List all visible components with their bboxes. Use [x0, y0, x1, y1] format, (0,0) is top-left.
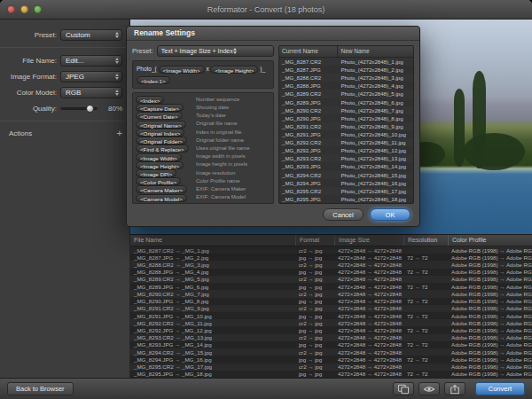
new-name-cell: Photo_(4272x2848)_4.jpg: [338, 82, 413, 89]
token-description: EXIF: Camera Model: [196, 194, 246, 200]
color-profile-cell: Adobe RGB (1998) → Adobe RGB (1998): [448, 327, 532, 333]
format-cell: cr2 → jpg: [295, 349, 334, 356]
rename-preset-value: Text + Image Size + Index: [161, 48, 233, 54]
rename-preset-dropdown[interactable]: Text + Image Size + Index: [157, 45, 274, 57]
token-description: Index in original file: [196, 129, 241, 135]
token-description: Uses original file name: [196, 145, 250, 151]
resolution-cell: 72 → 72: [403, 298, 448, 304]
window-title: Reformator - Convert (18 photos): [0, 5, 532, 14]
file-name-cell: _MG_8288.CR2 → _MG_3.jpg: [130, 262, 295, 268]
resolution-cell: 72 → 72: [403, 356, 448, 363]
pattern-text[interactable]: )_: [260, 66, 265, 72]
column-header-file-name[interactable]: File Name: [130, 235, 295, 246]
quality-label: Quality:: [4, 105, 57, 113]
image-width-token[interactable]: <Image Width>: [159, 66, 205, 74]
table-row[interactable]: _MG_8294.JPG → _MG_16.jpg jpg → jpg 4272…: [130, 356, 532, 363]
export-button[interactable]: [444, 382, 466, 395]
format-cell: jpg → jpg: [295, 298, 334, 304]
image-height-token[interactable]: <Image Height>: [210, 66, 258, 74]
color-profile-cell: Adobe RGB (1998) → Adobe RGB (1998): [448, 305, 532, 311]
resolution-cell: 72 → 72: [403, 313, 448, 319]
format-cell: cr2 → jpg: [295, 364, 334, 370]
quality-slider[interactable]: [60, 107, 98, 110]
stepper-icon: [115, 90, 120, 96]
pattern-text[interactable]: Photo_(: [137, 66, 157, 72]
image-size-cell: 4272×2848 → 4272×2848: [334, 262, 403, 268]
table-row[interactable]: _MG_8295.JPG → _MG_18.jpg jpg → jpg 4272…: [130, 371, 532, 378]
table-row[interactable]: _MG_8288.CR2 → _MG_3.jpg cr2 → jpg 4272×…: [130, 261, 532, 268]
rename-preview-table: Current Name New Name _MG_8287.CR2 Photo…: [278, 45, 414, 204]
current-name-cell: _MG_8291.JPG: [279, 131, 338, 137]
token-description: Image height in pixels: [196, 161, 247, 167]
table-row[interactable]: _MG_8291.CR2 → _MG_9.jpg cr2 → jpg 4272×…: [130, 305, 532, 312]
photo-tree: [463, 133, 525, 170]
new-name-cell: Photo_(4272x2848)_7.jpg: [338, 107, 413, 113]
new-name-cell: Photo_(4272x2848)_18.jpg: [338, 196, 413, 202]
image-format-dropdown[interactable]: JPEG: [60, 71, 122, 82]
column-header-resolution[interactable]: Resolution: [403, 235, 448, 246]
ok-button[interactable]: OK: [370, 208, 411, 221]
thumbnails-icon: [397, 384, 410, 395]
image-size-cell: 4272×2848 → 4272×2848: [334, 254, 403, 261]
image-format-label: Image Format:: [4, 73, 57, 81]
image-size-cell: 4272×2848 → 4272×2848: [334, 298, 403, 304]
color-model-value: RGB: [66, 89, 115, 97]
image-size-cell: 4272×2848 → 4272×2848: [334, 269, 403, 275]
image-size-cell: 4272×2848 → 4272×2848: [334, 364, 403, 370]
file-name-cell: _MG_8293.JPG → _MG_14.jpg: [130, 341, 295, 348]
new-name-cell: Photo_(4272x2848)_14.jpg: [338, 163, 413, 169]
table-row[interactable]: _MG_8289.JPG → _MG_6.jpg jpg → jpg 4272×…: [130, 283, 532, 290]
rename-preview-row: _MG_8294.CR2 Photo_(4272x2848)_15.jpg: [279, 171, 413, 179]
table-row[interactable]: _MG_8287.JPG → _MG_2.jpg jpg → jpg 4272×…: [130, 254, 532, 261]
table-row[interactable]: _MG_8290.JPG → _MG_8.jpg jpg → jpg 4272×…: [130, 298, 532, 305]
quality-row: Quality: 80%: [0, 100, 129, 116]
convert-button[interactable]: Convert: [475, 382, 525, 395]
color-profile-cell: Adobe RGB (1998) → Adobe RGB (1998): [448, 247, 532, 254]
table-row[interactable]: _MG_8293.JPG → _MG_14.jpg jpg → jpg 4272…: [130, 341, 532, 348]
color-model-dropdown[interactable]: RGB: [60, 87, 122, 98]
image-size-cell: 4272×2848 → 4272×2848: [334, 291, 403, 297]
table-row[interactable]: _MG_8290.CR2 → _MG_7.jpg cr2 → jpg 4272×…: [130, 290, 532, 297]
preview-button[interactable]: [419, 382, 440, 395]
index-token[interactable]: <Index:1>: [137, 76, 170, 84]
pattern-text[interactable]: x: [206, 66, 208, 72]
rename-preview-row: _MG_8293.CR2 Photo_(4272x2848)_13.jpg: [279, 154, 413, 162]
rename-preset-row: Preset: Text + Image Size + Index: [132, 45, 274, 57]
cancel-button[interactable]: Cancel: [323, 208, 364, 221]
table-row[interactable]: _MG_8292.CR2 → _MG_11.jpg cr2 → jpg 4272…: [130, 319, 532, 326]
thumbnails-button[interactable]: [393, 382, 414, 395]
new-name-cell: Photo_(4272x2848)_15.jpg: [338, 172, 413, 178]
file-name-cell: _MG_8294.CR2 → _MG_15.jpg: [130, 349, 295, 356]
table-row[interactable]: _MG_8288.JPG → _MG_4.jpg jpg → jpg 4272×…: [130, 269, 532, 276]
back-to-browser-button[interactable]: Back to Browser: [7, 382, 74, 395]
image-format-row: Image Format: JPEG: [0, 68, 129, 84]
column-header-color-profile[interactable]: Color Profile: [448, 235, 532, 246]
table-row[interactable]: _MG_8291.JPG → _MG_10.jpg jpg → jpg 4272…: [130, 312, 532, 319]
table-row[interactable]: _MG_8293.CR2 → _MG_13.jpg cr2 → jpg 4272…: [130, 334, 532, 341]
preset-dropdown[interactable]: Custom: [60, 29, 122, 41]
new-name-cell: Photo_(4272x2848)_16.jpg: [338, 180, 413, 186]
sidebar-divider: [0, 121, 129, 121]
rename-preview-row: _MG_8287.JPG Photo_(4272x2848)_2.jpg: [279, 66, 413, 74]
column-header-format[interactable]: Format: [295, 235, 334, 246]
table-row[interactable]: _MG_8292.JPG → _MG_12.jpg jpg → jpg 4272…: [130, 326, 532, 333]
image-size-cell: 4272×2848 → 4272×2848: [334, 371, 403, 377]
table-row[interactable]: _MG_8289.CR2 → _MG_5.jpg cr2 → jpg 4272×…: [130, 276, 532, 283]
token-description: Shooting date: [196, 105, 229, 110]
add-action-button[interactable]: +: [117, 129, 122, 137]
table-row[interactable]: _MG_8294.CR2 → _MG_15.jpg cr2 → jpg 4272…: [130, 348, 532, 356]
format-cell: jpg → jpg: [295, 269, 334, 275]
rename-preview-row: _MG_8288.JPG Photo_(4272x2848)_4.jpg: [279, 82, 413, 90]
file-name-dropdown[interactable]: Edit...: [60, 55, 122, 66]
table-row[interactable]: _MG_8287.CR2 → _MG_1.jpg cr2 → jpg 4272×…: [130, 246, 532, 254]
quality-slider-thumb[interactable]: [86, 105, 94, 113]
table-row[interactable]: _MG_8295.CR2 → _MG_17.jpg cr2 → jpg 4272…: [130, 364, 532, 371]
current-name-cell: _MG_8290.JPG: [279, 115, 338, 121]
file-name-cell: _MG_8288.JPG → _MG_4.jpg: [130, 269, 295, 275]
token-pill[interactable]: <Camera Model>: [136, 194, 187, 202]
rename-pattern-editor[interactable]: Photo_( <Image Width> x <Image Height> )…: [132, 60, 274, 89]
format-cell: jpg → jpg: [295, 341, 334, 348]
rename-preview-row: _MG_8292.JPG Photo_(4272x2848)_12.jpg: [279, 146, 413, 154]
rename-preview-row: _MG_8289.JPG Photo_(4272x2848)_6.jpg: [279, 98, 413, 106]
column-header-image-size[interactable]: Image Size: [334, 235, 403, 246]
